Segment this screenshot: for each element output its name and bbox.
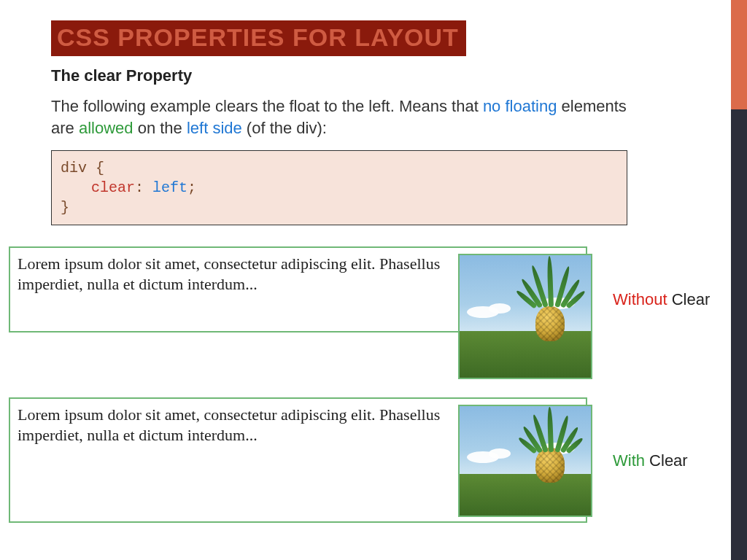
body-text-1: The following example clears the float t…: [51, 97, 483, 115]
example-with-clear: Lorem ipsum dolor sit amet, consectetur …: [9, 397, 731, 523]
label-clear-2: Clear: [645, 451, 688, 470]
accent-bar-bottom: [731, 109, 747, 560]
code-colon: :: [135, 179, 152, 196]
lorem-text: Lorem ipsum dolor sit amet, consectetur …: [18, 254, 440, 293]
body-text-3: on the: [133, 119, 187, 137]
code-block: div { clear: left; }: [51, 150, 627, 225]
accent-bar-top: [731, 0, 747, 109]
body-paragraph: The following example clears the float t…: [51, 96, 635, 139]
code-brace-close: }: [61, 199, 69, 216]
content-area: CSS PROPERTIES FOR LAYOUT The clear Prop…: [0, 0, 708, 225]
label-with-clear: With Clear: [613, 451, 688, 470]
slide-title: CSS PROPERTIES FOR LAYOUT: [51, 20, 466, 56]
label-without-clear: Without Clear: [613, 290, 710, 309]
slide: CSS PROPERTIES FOR LAYOUT The clear Prop…: [0, 0, 747, 560]
label-clear-1: Clear: [667, 290, 711, 308]
code-property: clear: [91, 179, 135, 196]
highlight-no-floating: no floating: [483, 97, 557, 115]
label-with: With: [613, 451, 645, 470]
code-semicolon: ;: [187, 179, 196, 196]
highlight-left-side: left side: [187, 119, 242, 137]
section-heading: The clear Property: [51, 66, 684, 85]
lorem-text: Lorem ipsum dolor sit amet, consectetur …: [18, 405, 440, 444]
example-without-clear: Lorem ipsum dolor sit amet, consectetur …: [9, 246, 731, 332]
pineapple-image-without: [458, 254, 592, 379]
code-value: left: [152, 179, 187, 196]
pineapple-image-with: [458, 405, 592, 517]
highlight-allowed: allowed: [79, 119, 133, 137]
label-without: Without: [613, 290, 667, 308]
code-brace-open: {: [87, 160, 104, 176]
body-text-4: (of the div):: [242, 119, 327, 137]
code-selector: div: [61, 160, 87, 176]
